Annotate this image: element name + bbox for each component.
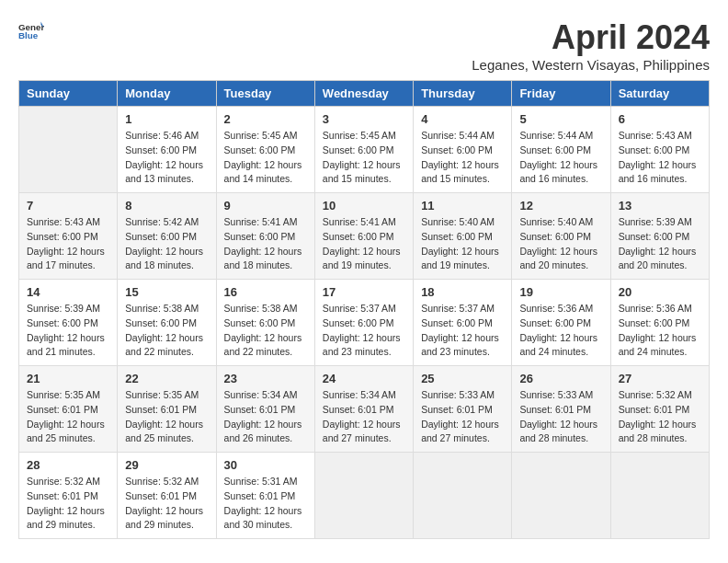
day-info: Sunrise: 5:46 AM Sunset: 6:00 PM Dayligh… [125,129,208,187]
day-info: Sunrise: 5:32 AM Sunset: 6:01 PM Dayligh… [125,475,208,533]
calendar-cell: 22Sunrise: 5:35 AM Sunset: 6:01 PM Dayli… [118,366,216,453]
calendar-week-1: 1Sunrise: 5:46 AM Sunset: 6:00 PM Daylig… [19,107,710,193]
day-number: 19 [519,285,602,299]
weekday-header-saturday: Saturday [610,81,709,107]
calendar-cell: 1Sunrise: 5:46 AM Sunset: 6:00 PM Daylig… [118,107,216,193]
day-info: Sunrise: 5:36 AM Sunset: 6:00 PM Dayligh… [519,302,602,360]
day-number: 28 [27,458,109,472]
calendar-cell [610,453,709,539]
day-info: Sunrise: 5:41 AM Sunset: 6:00 PM Dayligh… [224,215,307,273]
calendar-cell: 21Sunrise: 5:35 AM Sunset: 6:01 PM Dayli… [19,366,118,453]
calendar-cell [314,453,413,539]
calendar-cell: 2Sunrise: 5:45 AM Sunset: 6:00 PM Daylig… [216,107,314,193]
day-number: 2 [224,112,307,126]
day-info: Sunrise: 5:37 AM Sunset: 6:00 PM Dayligh… [323,302,405,360]
day-number: 24 [323,372,405,385]
weekday-header-sunday: Sunday [19,81,118,107]
day-info: Sunrise: 5:37 AM Sunset: 6:00 PM Dayligh… [421,302,504,360]
weekday-header-row: SundayMondayTuesdayWednesdayThursdayFrid… [19,81,710,107]
calendar-cell: 25Sunrise: 5:33 AM Sunset: 6:01 PM Dayli… [414,366,512,453]
day-number: 30 [224,458,307,472]
day-number: 22 [125,372,208,385]
calendar-week-5: 28Sunrise: 5:32 AM Sunset: 6:01 PM Dayli… [19,453,710,539]
day-number: 29 [125,458,208,472]
day-info: Sunrise: 5:35 AM Sunset: 6:01 PM Dayligh… [27,388,109,446]
day-number: 7 [27,199,109,213]
day-info: Sunrise: 5:43 AM Sunset: 6:00 PM Dayligh… [27,215,109,273]
day-info: Sunrise: 5:31 AM Sunset: 6:01 PM Dayligh… [224,475,307,533]
day-info: Sunrise: 5:39 AM Sunset: 6:00 PM Dayligh… [619,215,701,273]
weekday-header-thursday: Thursday [414,81,512,107]
calendar-cell: 12Sunrise: 5:40 AM Sunset: 6:00 PM Dayli… [512,193,610,280]
calendar-cell: 11Sunrise: 5:40 AM Sunset: 6:00 PM Dayli… [414,193,512,280]
day-info: Sunrise: 5:34 AM Sunset: 6:01 PM Dayligh… [323,388,405,446]
day-info: Sunrise: 5:43 AM Sunset: 6:00 PM Dayligh… [619,129,701,187]
calendar-cell: 26Sunrise: 5:33 AM Sunset: 6:01 PM Dayli… [512,366,610,453]
weekday-header-wednesday: Wednesday [314,81,413,107]
calendar-cell [19,107,118,193]
header: General Blue April 2024 Leganes, Western… [18,18,710,73]
day-number: 12 [519,199,602,213]
weekday-header-tuesday: Tuesday [216,81,314,107]
day-number: 25 [421,372,504,385]
calendar-cell [414,453,512,539]
calendar-cell: 24Sunrise: 5:34 AM Sunset: 6:01 PM Dayli… [314,366,413,453]
calendar-cell [512,453,610,539]
day-info: Sunrise: 5:45 AM Sunset: 6:00 PM Dayligh… [224,129,307,187]
month-title: April 2024 [472,18,710,57]
weekday-header-monday: Monday [118,81,216,107]
calendar-cell: 16Sunrise: 5:38 AM Sunset: 6:00 PM Dayli… [216,280,314,366]
day-info: Sunrise: 5:32 AM Sunset: 6:01 PM Dayligh… [619,388,701,446]
day-info: Sunrise: 5:33 AM Sunset: 6:01 PM Dayligh… [519,388,602,446]
calendar-week-3: 14Sunrise: 5:39 AM Sunset: 6:00 PM Dayli… [19,280,710,366]
day-info: Sunrise: 5:41 AM Sunset: 6:00 PM Dayligh… [323,215,405,273]
day-info: Sunrise: 5:38 AM Sunset: 6:00 PM Dayligh… [125,302,208,360]
day-info: Sunrise: 5:45 AM Sunset: 6:00 PM Dayligh… [323,129,405,187]
day-number: 6 [619,112,701,126]
calendar-cell: 30Sunrise: 5:31 AM Sunset: 6:01 PM Dayli… [216,453,314,539]
day-number: 1 [125,112,208,126]
calendar-cell: 8Sunrise: 5:42 AM Sunset: 6:00 PM Daylig… [118,193,216,280]
day-number: 11 [421,199,504,213]
day-info: Sunrise: 5:44 AM Sunset: 6:00 PM Dayligh… [519,129,602,187]
day-number: 27 [619,372,701,385]
calendar-week-2: 7Sunrise: 5:43 AM Sunset: 6:00 PM Daylig… [19,193,710,280]
day-number: 3 [323,112,405,126]
day-info: Sunrise: 5:34 AM Sunset: 6:01 PM Dayligh… [224,388,307,446]
day-number: 18 [421,285,504,299]
calendar-cell: 14Sunrise: 5:39 AM Sunset: 6:00 PM Dayli… [19,280,118,366]
calendar-cell: 3Sunrise: 5:45 AM Sunset: 6:00 PM Daylig… [314,107,413,193]
day-number: 9 [224,199,307,213]
day-number: 26 [519,372,602,385]
day-info: Sunrise: 5:35 AM Sunset: 6:01 PM Dayligh… [125,388,208,446]
calendar-cell: 13Sunrise: 5:39 AM Sunset: 6:00 PM Dayli… [610,193,709,280]
day-number: 5 [519,112,602,126]
calendar-week-4: 21Sunrise: 5:35 AM Sunset: 6:01 PM Dayli… [19,366,710,453]
day-info: Sunrise: 5:39 AM Sunset: 6:00 PM Dayligh… [27,302,109,360]
calendar-cell: 4Sunrise: 5:44 AM Sunset: 6:00 PM Daylig… [414,107,512,193]
calendar-cell: 15Sunrise: 5:38 AM Sunset: 6:00 PM Dayli… [118,280,216,366]
day-info: Sunrise: 5:42 AM Sunset: 6:00 PM Dayligh… [125,215,208,273]
calendar-table: SundayMondayTuesdayWednesdayThursdayFrid… [18,80,710,539]
day-info: Sunrise: 5:40 AM Sunset: 6:00 PM Dayligh… [421,215,504,273]
day-number: 20 [619,285,701,299]
day-number: 13 [619,199,701,213]
calendar-cell: 7Sunrise: 5:43 AM Sunset: 6:00 PM Daylig… [19,193,118,280]
calendar-cell: 29Sunrise: 5:32 AM Sunset: 6:01 PM Dayli… [118,453,216,539]
calendar-cell: 17Sunrise: 5:37 AM Sunset: 6:00 PM Dayli… [314,280,413,366]
day-info: Sunrise: 5:36 AM Sunset: 6:00 PM Dayligh… [619,302,701,360]
day-info: Sunrise: 5:32 AM Sunset: 6:01 PM Dayligh… [27,475,109,533]
day-number: 14 [27,285,109,299]
logo-icon: General Blue [18,18,44,44]
svg-text:Blue: Blue [18,30,39,40]
day-number: 4 [421,112,504,126]
calendar-cell: 18Sunrise: 5:37 AM Sunset: 6:00 PM Dayli… [414,280,512,366]
calendar-cell: 5Sunrise: 5:44 AM Sunset: 6:00 PM Daylig… [512,107,610,193]
calendar-cell: 9Sunrise: 5:41 AM Sunset: 6:00 PM Daylig… [216,193,314,280]
title-block: April 2024 Leganes, Western Visayas, Phi… [472,18,710,73]
calendar-cell: 23Sunrise: 5:34 AM Sunset: 6:01 PM Dayli… [216,366,314,453]
day-number: 16 [224,285,307,299]
day-number: 15 [125,285,208,299]
location-title: Leganes, Western Visayas, Philippines [472,57,710,73]
day-number: 8 [125,199,208,213]
